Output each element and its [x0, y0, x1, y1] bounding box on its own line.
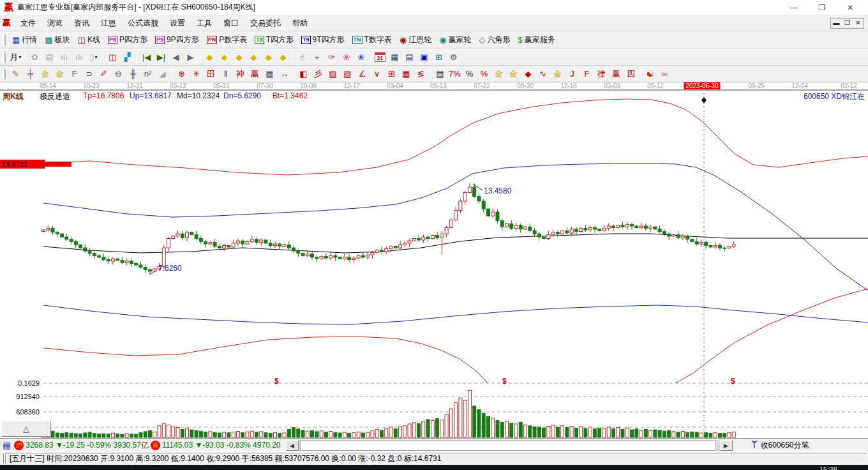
tool-angle-lines-button[interactable]: ∠ [355, 68, 370, 80]
tool-h-measure-button[interactable]: ↔ [277, 68, 292, 80]
tool-shen-tool-button[interactable]: 神 [233, 68, 248, 80]
tool-gann-square-button[interactable]: 田 [204, 68, 218, 80]
menu-文件[interactable]: 文件 [15, 16, 41, 31]
tool-zigzag-lines-button[interactable]: ≶ [414, 68, 428, 80]
tool-mark-tool-button[interactable]: ✑ [324, 51, 339, 64]
menu-帮助[interactable]: 帮助 [287, 16, 313, 31]
tool-zoom-in-x-button[interactable]: ◆ [217, 51, 232, 64]
tool-ying-tool-button[interactable]: 赢 [248, 68, 262, 80]
toolbar-t-number-button[interactable]: TNT数字表 [348, 33, 396, 47]
tool-candle-pen-button[interactable]: ◆ [521, 68, 535, 80]
tool-ying-line-button[interactable]: 赢 [609, 68, 624, 80]
toolbar-hexagon-button[interactable]: ◇六角形 [475, 33, 514, 47]
tool-hatch-grid-button[interactable]: ╫ [126, 68, 140, 80]
tool-gold-line-button[interactable]: 金 [506, 68, 521, 80]
chart-canvas[interactable]: 0.162991254060836030418014.673113.45807.… [0, 82, 868, 438]
mdi-minimize-button[interactable]: ▬ [831, 19, 842, 28]
tool-grid-red-1-button[interactable]: ⊞ [384, 68, 399, 80]
tool-ruler-grid-button[interactable]: ╪ [23, 68, 38, 80]
mdi-close-button[interactable]: ✕ [853, 19, 864, 28]
tool-flower-tool-button[interactable]: ✿ [27, 51, 42, 64]
menu-公式选股[interactable]: 公式选股 [122, 16, 164, 31]
tool-j-angle-button[interactable]: J [565, 68, 580, 80]
tool-crosshair-tool-button[interactable]: ＋ [310, 51, 324, 64]
toolbar-gann-wheel-button[interactable]: ◉江恩轮 [396, 33, 435, 47]
tool-go-first-button[interactable]: |◀ [139, 51, 154, 64]
tool-list-bars-button[interactable]: ▤ [433, 68, 447, 80]
toolbar-grip[interactable] [3, 52, 6, 63]
tool-percent-button[interactable]: % [462, 68, 477, 80]
menu-交易委托[interactable]: 交易委托 [244, 16, 287, 31]
tool-grid-box-button[interactable]: ▦ [262, 68, 277, 80]
volume-pane-toggle-button[interactable]: △ [1, 421, 51, 437]
toolbar-grip[interactable] [3, 69, 6, 79]
tool-pen-red-button[interactable]: ✐ [96, 68, 111, 80]
tool-ray-fan-button[interactable]: 彡 [311, 68, 326, 80]
scroll-left-button[interactable]: ◀ [286, 440, 299, 451]
menu-江恩[interactable]: 江恩 [95, 16, 122, 31]
toolbar-p9-square-button[interactable]: P99P四方形 [151, 33, 203, 47]
tool-percent-7-button[interactable]: 7% [447, 68, 462, 80]
exchange-icon[interactable]: 沪 [14, 441, 24, 450]
index-quote[interactable]: 3268.83 ▼-19.25 -0.59% 3930.57 [26, 441, 141, 450]
tool-kline-style-button[interactable]: ◫ [105, 51, 120, 64]
tool-gann-circle-button[interactable]: ⊕ [174, 68, 189, 80]
menu-窗口[interactable]: 窗口 [218, 16, 244, 31]
tool-pattern-box-1-button[interactable]: ▨ [326, 68, 340, 80]
tool-save-button[interactable]: ▣ [417, 51, 431, 64]
tool-wave-line-button[interactable]: ∿ [535, 68, 550, 80]
tool-settings-tool-button[interactable]: ⚙ [446, 51, 461, 64]
tool-calculator-button[interactable]: ▦ [387, 51, 402, 64]
tool-calendar-button[interactable]: 21 [373, 51, 387, 64]
maximize-button[interactable]: ❐ [808, 1, 836, 14]
toolbar-t-square-button[interactable]: T8T四方形 [251, 33, 297, 47]
menu-工具[interactable]: 工具 [191, 16, 218, 31]
toolbar-quotes-button[interactable]: ▦行情 [8, 33, 41, 47]
mdi-restore-button[interactable]: ❐ [842, 19, 853, 28]
tick-data-label[interactable]: 收600650分笔 [761, 440, 809, 451]
tool-flower-blue-button[interactable]: ❀ [354, 51, 368, 64]
toolbar-grip[interactable] [3, 35, 6, 45]
minimize-button[interactable]: — [780, 1, 808, 14]
tool-go-last-button[interactable]: ▶| [154, 51, 168, 64]
tool-color-chart-button[interactable]: ▞ [120, 51, 135, 64]
toolbar-p-number-button[interactable]: PNP数字表 [203, 33, 251, 47]
tool-f-grid-button[interactable]: F [67, 68, 82, 80]
exchange-icon[interactable]: 深 [151, 441, 160, 450]
tool-taiji-button[interactable]: ☯ [643, 68, 657, 80]
close-button[interactable]: ✕ [836, 1, 864, 14]
tool-bars3-tool-button[interactable]: ıIı [57, 51, 71, 64]
menu-资讯[interactable]: 资讯 [68, 16, 95, 31]
toolbar-kline-button[interactable]: ◫K线 [74, 33, 104, 47]
tool-pattern-box-2-button[interactable]: ▧ [340, 68, 355, 80]
scroll-right-button[interactable]: ▶ [720, 440, 733, 451]
scrollbar-thumb[interactable] [300, 440, 716, 451]
toolbar-winner-service-button[interactable]: $赢家服务 [514, 33, 559, 47]
tool-infinity-button[interactable]: ∞ [657, 68, 672, 80]
menu-设置[interactable]: 设置 [164, 16, 191, 31]
tool-page-next-button[interactable]: ▶ [183, 51, 198, 64]
tool-flower-pink-button[interactable]: ❀ [339, 51, 354, 64]
tool-pen-button[interactable]: ✎ [8, 68, 23, 80]
tool-zoom-out-x-button[interactable]: ◆ [202, 51, 217, 64]
tool-n2-grid-button[interactable]: n² [140, 68, 155, 80]
tool-lv-line-button[interactable]: 律 [594, 68, 609, 80]
index-quote[interactable]: 11145.03 ▼-93.03 -0.83% 4970.20 [162, 441, 281, 450]
toolbar-sectors-button[interactable]: ▩板块 [41, 33, 73, 47]
tool-percent-lines-button[interactable]: % [477, 68, 491, 80]
tool-arc-grid-button[interactable]: ⊃ [82, 68, 96, 80]
tool-export-button[interactable]: ⊞ [431, 51, 446, 64]
tool-angle-gray-button[interactable]: ◢ [155, 68, 170, 80]
tool-zoom-in-button[interactable]: ◆ [261, 51, 276, 64]
tool-compress-x-button[interactable]: ◆ [246, 51, 261, 64]
tool-gold-angle-button[interactable]: 金 [550, 68, 565, 80]
tool-circle-grid-button[interactable]: ⊖ [111, 68, 126, 80]
tool-gold-grid-1-button[interactable]: 金 [38, 68, 52, 80]
tool-bars9-tool-button[interactable]: ıIı [71, 51, 86, 64]
tool-gold-grid-2-button[interactable]: 金 [52, 68, 67, 80]
tool-period-month-button[interactable]: 月▾ [8, 51, 23, 64]
tool-page-prev-button[interactable]: ◀ [168, 51, 183, 64]
toolbar-p-square-button[interactable]: P8P四方形 [104, 33, 151, 47]
tool-si-line-button[interactable]: 四 [624, 68, 638, 80]
tool-f-angle-button[interactable]: F [580, 68, 594, 80]
